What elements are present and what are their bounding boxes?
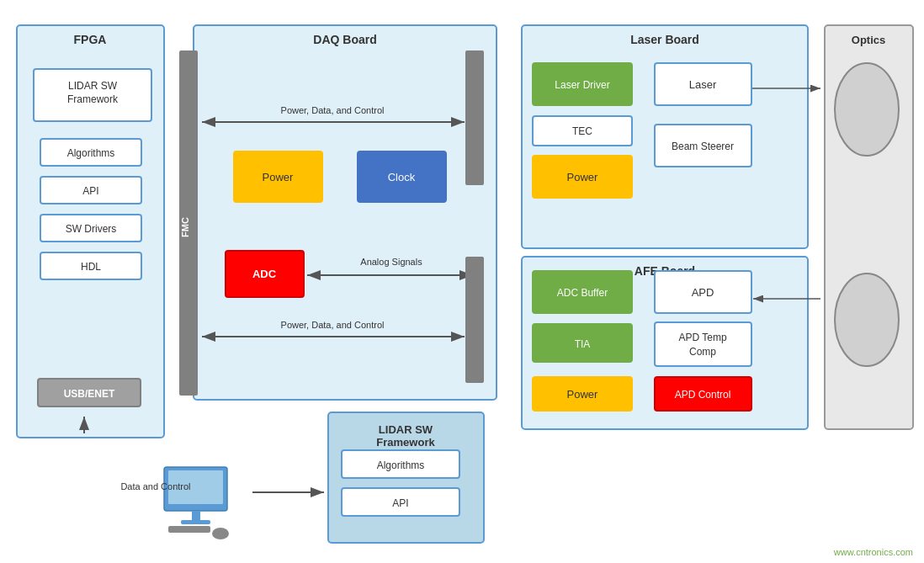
svg-text:FPGA: FPGA [74, 33, 107, 46]
svg-text:Framework: Framework [376, 436, 435, 449]
svg-rect-2 [522, 25, 808, 248]
svg-rect-53 [533, 116, 632, 146]
svg-rect-3 [522, 257, 808, 429]
svg-rect-39 [40, 215, 141, 242]
svg-text:www.cntronics.com: www.cntronics.com [833, 547, 913, 557]
svg-rect-47 [358, 151, 446, 202]
svg-rect-63 [655, 271, 751, 313]
svg-rect-32 [34, 69, 151, 121]
svg-rect-79 [168, 470, 223, 504]
svg-text:LIDAR SW: LIDAR SW [68, 80, 118, 92]
svg-rect-51 [533, 63, 632, 105]
svg-text:SW Drivers: SW Drivers [66, 223, 117, 235]
svg-text:Power: Power [567, 171, 599, 183]
svg-rect-70 [533, 377, 632, 411]
svg-text:Laser Board: Laser Board [630, 33, 699, 46]
svg-text:Algorithms: Algorithms [67, 147, 115, 159]
svg-text:ADC Buffer: ADC Buffer [557, 287, 608, 299]
svg-rect-78 [164, 467, 227, 511]
svg-rect-45 [234, 151, 322, 202]
svg-text:API: API [392, 497, 408, 509]
svg-rect-49 [226, 251, 304, 297]
svg-text:Laser Driver: Laser Driver [555, 79, 609, 91]
svg-rect-41 [40, 252, 141, 279]
svg-rect-5 [328, 412, 484, 543]
svg-text:TIA: TIA [575, 338, 591, 350]
svg-rect-67 [655, 322, 751, 366]
svg-text:HDL: HDL [81, 261, 101, 273]
svg-rect-61 [533, 271, 632, 313]
svg-rect-14 [465, 257, 484, 383]
svg-rect-0 [17, 25, 164, 438]
svg-rect-72 [655, 377, 751, 411]
svg-text:APD: APD [692, 286, 714, 299]
svg-rect-80 [192, 511, 200, 521]
svg-text:AFE Board: AFE Board [635, 264, 695, 278]
svg-rect-6 [179, 50, 198, 396]
svg-text:Power, Data, and Control: Power, Data, and Control [281, 320, 385, 330]
svg-point-83 [212, 528, 229, 539]
svg-text:Power: Power [263, 171, 295, 183]
svg-text:DAQ Board: DAQ Board [313, 33, 376, 46]
svg-text:USB/ENET: USB/ENET [64, 388, 115, 400]
svg-text:TEC: TEC [572, 125, 592, 137]
svg-rect-4 [825, 25, 913, 429]
svg-text:Clock: Clock [388, 171, 416, 183]
svg-rect-37 [40, 177, 141, 204]
svg-text:FMC: FMC [180, 217, 190, 237]
svg-text:APD Temp: APD Temp [678, 332, 726, 343]
svg-text:Data and Control: Data and Control [120, 481, 190, 491]
svg-rect-59 [655, 125, 751, 167]
svg-rect-13 [465, 50, 484, 185]
svg-text:LIDAR SW: LIDAR SW [379, 423, 433, 436]
svg-text:APD Control: APD Control [675, 389, 731, 401]
svg-rect-55 [533, 156, 632, 198]
svg-rect-82 [168, 526, 210, 533]
svg-text:Power: Power [567, 388, 599, 401]
svg-text:API: API [82, 185, 98, 197]
diagram: FPGA DAQ Board Laser Board AFE Board Opt… [0, 0, 924, 563]
svg-point-19 [835, 63, 899, 156]
svg-rect-76 [342, 488, 459, 516]
svg-rect-1 [194, 25, 497, 400]
svg-arrows: FPGA DAQ Board Laser Board AFE Board Opt… [0, 0, 924, 563]
svg-text:ADC: ADC [252, 268, 277, 280]
svg-point-20 [835, 274, 899, 366]
svg-text:Laser: Laser [689, 78, 717, 91]
svg-text:Optics: Optics [852, 34, 885, 46]
svg-text:Framework: Framework [67, 93, 119, 105]
svg-text:Comp: Comp [689, 346, 716, 358]
svg-rect-81 [181, 520, 210, 524]
svg-text:Power, Data, and Control: Power, Data, and Control [281, 105, 385, 115]
svg-text:Analog Signals: Analog Signals [360, 257, 422, 267]
svg-rect-43 [38, 379, 141, 406]
svg-rect-74 [342, 450, 459, 478]
svg-text:Beam Steerer: Beam Steerer [672, 141, 734, 152]
svg-rect-57 [655, 63, 751, 105]
svg-rect-65 [533, 324, 632, 362]
svg-text:Algorithms: Algorithms [377, 459, 425, 471]
svg-rect-35 [40, 139, 141, 166]
